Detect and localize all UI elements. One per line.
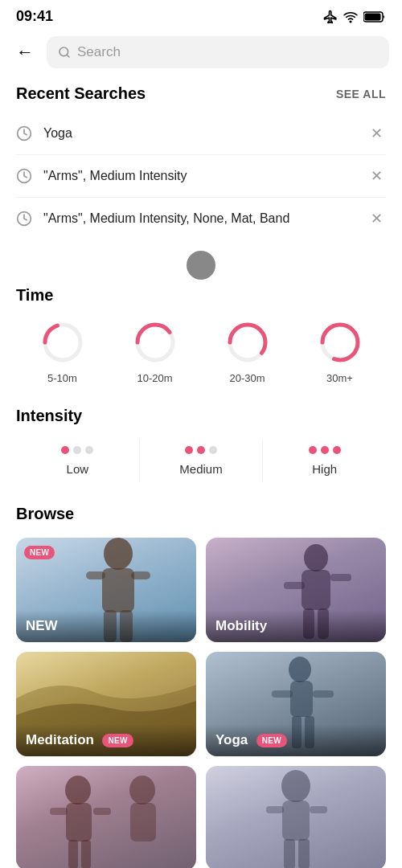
- svg-rect-2: [365, 13, 381, 20]
- time-options: 5-10m 10-20m: [16, 319, 386, 384]
- search-item-text: "Arms", Medium Intensity, None, Mat, Ban…: [43, 211, 356, 226]
- dot: [321, 446, 329, 454]
- card-overlay: Mobility: [206, 610, 386, 642]
- card-overlay: Yoga NEW: [206, 724, 386, 756]
- time-option-5-10m[interactable]: 5-10m: [16, 319, 109, 384]
- intensity-low[interactable]: Low: [16, 440, 140, 482]
- intensity-high[interactable]: High: [263, 440, 386, 482]
- see-all-button[interactable]: SEE ALL: [336, 88, 386, 100]
- svg-point-42: [281, 770, 310, 802]
- svg-rect-35: [66, 803, 92, 841]
- search-item-text: Yoga: [43, 126, 356, 141]
- new-badge-top: NEW: [24, 546, 55, 559]
- browse-card-mobility[interactable]: Mobility: [206, 538, 386, 642]
- browse-card-workout[interactable]: NEW NEW: [16, 538, 196, 642]
- intensity-label: High: [312, 462, 337, 476]
- dot: [333, 446, 341, 454]
- svg-rect-46: [284, 839, 295, 868]
- svg-point-22: [304, 544, 328, 571]
- close-icon[interactable]: ✕: [367, 207, 386, 231]
- card-title: NEW: [26, 618, 58, 633]
- close-icon[interactable]: ✕: [367, 164, 386, 188]
- scroll-indicator: [16, 251, 386, 280]
- back-button[interactable]: ←: [13, 39, 37, 66]
- header: ← Search: [0, 30, 402, 78]
- svg-rect-24: [284, 582, 305, 589]
- search-item-text: "Arms", Medium Intensity: [43, 169, 356, 183]
- dot: [73, 446, 81, 454]
- svg-rect-36: [50, 808, 68, 815]
- card-overlay: NEW: [16, 610, 196, 642]
- intensity-label: Medium: [179, 462, 222, 476]
- dot: [85, 446, 93, 454]
- wifi-icon: [343, 10, 359, 24]
- time-circle-20-30m: [224, 319, 271, 366]
- status-time: 09:41: [16, 8, 53, 25]
- time-label: 10-20m: [137, 372, 172, 384]
- svg-rect-37: [93, 808, 111, 815]
- browse-card-yoga[interactable]: Yoga NEW: [206, 652, 386, 756]
- recent-searches-title: Recent Searches: [16, 84, 146, 103]
- clock-icon: [16, 168, 32, 184]
- browse-section: Browse NEW NEW: [16, 505, 386, 868]
- status-icons: [323, 10, 386, 24]
- time-label: 5-10m: [47, 372, 77, 384]
- svg-rect-25: [330, 574, 351, 581]
- new-badge: NEW: [256, 734, 287, 747]
- time-section: Time 5-10m 1: [16, 286, 386, 384]
- recent-searches-list: Yoga ✕ "Arms", Medium Intensity ✕ "Arms"…: [16, 113, 386, 240]
- svg-point-40: [129, 776, 155, 805]
- recent-searches-header: Recent Searches SEE ALL: [16, 84, 386, 103]
- svg-rect-47: [298, 839, 310, 868]
- scroll-dot: [187, 251, 215, 280]
- battery-icon: [363, 10, 386, 23]
- svg-rect-44: [266, 806, 284, 813]
- svg-rect-45: [310, 806, 327, 813]
- svg-point-34: [65, 776, 91, 805]
- svg-rect-39: [81, 840, 91, 868]
- clock-icon: [16, 211, 32, 227]
- airplane-icon: [323, 10, 338, 24]
- intensity-dots-medium: [185, 446, 217, 454]
- browse-card-bottom-1[interactable]: [16, 766, 196, 868]
- time-circle-10-20m: [132, 319, 178, 366]
- browse-grid: NEW NEW Mobil: [16, 538, 386, 868]
- time-circle-30m-plus: [317, 319, 363, 366]
- svg-line-4: [67, 55, 69, 57]
- dot: [197, 446, 205, 454]
- card-title: Mobility: [215, 618, 267, 633]
- search-bar[interactable]: Search: [47, 36, 389, 68]
- dot: [309, 446, 317, 454]
- search-icon: [58, 46, 71, 59]
- card-title: Yoga: [215, 732, 248, 747]
- close-icon[interactable]: ✕: [367, 121, 386, 145]
- svg-point-16: [104, 538, 133, 570]
- time-option-30m-plus[interactable]: 30m+: [293, 319, 386, 384]
- card-overlay: Meditation NEW: [16, 724, 196, 756]
- dot: [61, 446, 69, 454]
- svg-rect-29: [290, 681, 313, 717]
- browse-card-meditation[interactable]: Meditation NEW: [16, 652, 196, 756]
- svg-rect-17: [102, 568, 134, 612]
- intensity-title: Intensity: [16, 407, 386, 425]
- list-item[interactable]: "Arms", Medium Intensity, None, Mat, Ban…: [16, 198, 386, 240]
- svg-rect-43: [282, 800, 310, 841]
- clock-icon: [16, 125, 32, 141]
- card-bg-bottom2: [206, 766, 386, 868]
- intensity-label: Low: [67, 462, 89, 476]
- intensity-options: Low Medium High: [16, 440, 386, 482]
- intensity-medium[interactable]: Medium: [140, 440, 264, 482]
- card-title: Meditation: [26, 732, 94, 747]
- list-item[interactable]: "Arms", Medium Intensity ✕: [16, 155, 386, 198]
- list-item[interactable]: Yoga ✕: [16, 113, 386, 155]
- time-option-10-20m[interactable]: 10-20m: [109, 319, 201, 384]
- intensity-dots-high: [309, 446, 341, 454]
- card-bg-bottom1: [16, 766, 196, 868]
- search-placeholder: Search: [77, 44, 121, 60]
- svg-rect-19: [131, 571, 150, 579]
- time-option-20-30m[interactable]: 20-30m: [201, 319, 293, 384]
- time-title: Time: [16, 286, 386, 305]
- main-content: Recent Searches SEE ALL Yoga ✕ "Arms", M…: [0, 78, 402, 868]
- dot: [185, 446, 193, 454]
- browse-card-bottom-2[interactable]: [206, 766, 386, 868]
